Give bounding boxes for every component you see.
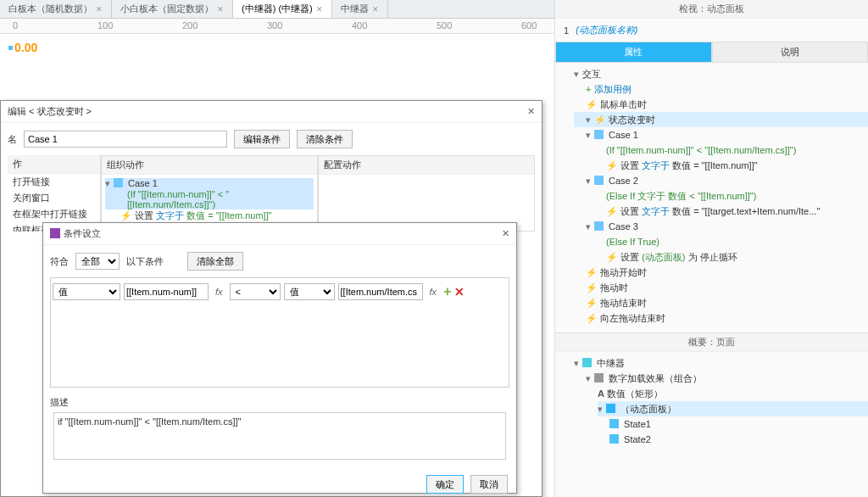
number-widget[interactable]: 0.00	[8, 41, 37, 54]
description-box[interactable]: if "[[Item.num-num]]" < "[[Item.num/Item…	[53, 412, 506, 460]
outline-panel: 概要：页面 ▾ 中继器 ▾ 数字加载效果（组合） A 数值（矩形） ▾ （动态面…	[555, 332, 868, 454]
outline-title: 概要：页面	[555, 333, 868, 352]
case3-cond: (Else If True)	[586, 234, 868, 249]
event-ondragend[interactable]: 拖动结束时	[600, 298, 647, 308]
text-icon: A	[598, 388, 604, 399]
match-mode-select[interactable]: 全部	[75, 253, 120, 270]
add-row-icon[interactable]: +	[443, 284, 451, 299]
cancel-button[interactable]: 取消	[470, 475, 508, 494]
bolt-icon: ⚡	[586, 298, 598, 308]
case-icon	[594, 221, 604, 231]
condition-row: 值 fx < 值 fx + ✕	[53, 283, 507, 300]
right-panels: 检视：动态面板 1 (动态面板名称) 属性 说明 ▾交互 + 添加用例 ⚡ 鼠标…	[554, 0, 868, 497]
rhs-type-select[interactable]: 值	[284, 283, 335, 300]
bolt-icon: ⚡	[586, 313, 598, 323]
organize-column: 组织动作 ▾ Case 1 (If "[[Item.num-num]]" < "…	[101, 155, 318, 232]
tab-2[interactable]: (中继器) (中继器)✕	[233, 0, 332, 18]
clear-condition-button[interactable]: 清除条件	[297, 130, 353, 148]
fx-icon[interactable]: fx	[212, 287, 226, 297]
configure-column: 配置动作	[318, 155, 535, 232]
case-icon	[114, 178, 123, 187]
delete-row-icon[interactable]: ✕	[454, 285, 465, 299]
ok-button[interactable]: 确定	[426, 475, 464, 494]
dp-name[interactable]: (动态面板名称)	[576, 24, 637, 36]
rhs-value-input[interactable]	[338, 283, 423, 300]
close-icon[interactable]: ✕	[316, 5, 323, 14]
widget-value: 0.00	[14, 41, 37, 54]
event-ondrag[interactable]: 拖动时	[600, 282, 628, 293]
action-item[interactable]: 打开链接	[8, 174, 100, 190]
description-label: 描述	[50, 396, 509, 409]
dialog-title: 编辑 < 状态改变时 >	[8, 105, 92, 118]
tab-3[interactable]: 中继器✕	[332, 0, 388, 18]
operator-select[interactable]: <	[230, 283, 281, 300]
clear-all-button[interactable]: 清除全部	[187, 252, 243, 271]
action-item[interactable]: 关闭窗口	[8, 190, 100, 206]
lhs-value-input[interactable]	[124, 283, 209, 300]
tab-notes[interactable]: 说明	[712, 42, 869, 63]
bolt-icon: ⚡	[606, 206, 618, 216]
tab-1[interactable]: 小白板本（固定数据）✕	[112, 0, 233, 18]
org-case-row[interactable]: ▾ Case 1	[105, 178, 314, 189]
bolt-icon: ⚡	[120, 210, 132, 221]
dp-index: 1	[564, 25, 569, 36]
fx-icon[interactable]: fx	[426, 287, 441, 297]
close-icon[interactable]: ✕	[217, 5, 224, 14]
bolt-icon: ⚡	[586, 267, 598, 277]
match-suffix: 以下条件	[126, 255, 164, 268]
close-icon[interactable]: ✕	[372, 5, 379, 14]
tab-0[interactable]: 白板本（随机数据）✕	[0, 0, 112, 18]
repeater-icon	[582, 358, 592, 367]
bolt-icon: ⚡	[586, 282, 598, 293]
interactions-tree: ▾交互 + 添加用例 ⚡ 鼠标单击时 ▾⚡ 状态改变时 ▾ Case 1 (If…	[555, 63, 868, 332]
match-label: 符合	[50, 255, 69, 268]
case2-cond: (Else If 文字于 数值 < "[[Item.num]]")	[586, 188, 868, 204]
condition-builder-dialog: 条件设立 ✕ 符合 全部 以下条件 清除全部 值 fx < 值 fx + ✕ 描…	[42, 222, 517, 494]
lhs-type-select[interactable]: 值	[53, 283, 120, 300]
case-icon	[594, 130, 604, 139]
action-item[interactable]: 在框架中打开链接	[8, 206, 100, 222]
dynamic-panel-icon	[606, 404, 615, 413]
inspector-subtabs: 属性 说明	[555, 42, 868, 63]
case-icon	[594, 176, 604, 185]
folder-icon	[594, 373, 604, 383]
case-name-label: 名	[8, 133, 17, 146]
plus-icon[interactable]: +	[586, 84, 591, 94]
event-ondragstart[interactable]: 拖动开始时	[600, 267, 647, 277]
org-case-cond: (If "[[Item.num-num]]" < "[[Item.num/Ite…	[105, 189, 314, 209]
bolt-icon: ⚡	[586, 99, 598, 109]
close-icon[interactable]: ✕	[96, 5, 103, 14]
add-case-link[interactable]: 添加用例	[594, 84, 632, 94]
case1-cond: (If "[[Item.num-num]]" < "[[Item.num/Ite…	[586, 142, 868, 158]
close-icon[interactable]: ✕	[502, 228, 509, 239]
event-onswipeleft[interactable]: 向左拖动结束时	[600, 313, 665, 323]
edit-condition-button[interactable]: 编辑条件	[234, 130, 290, 148]
tab-properties[interactable]: 属性	[555, 42, 712, 63]
interactions-header: 交互	[582, 69, 601, 79]
actions-column: 作 打开链接关闭窗口在框架中打开链接内联框架父级窗滚动到元件设置自适件显示/隐藏…	[8, 155, 101, 232]
bolt-icon: ⚡	[594, 114, 606, 125]
event-onstatechange[interactable]: 状态改变时	[609, 114, 655, 125]
bolt-icon: ⚡	[606, 252, 618, 262]
event-onclick[interactable]: 鼠标单击时	[600, 99, 647, 109]
bolt-icon: ⚡	[606, 160, 618, 170]
inspector-title: 检视：动态面板	[555, 0, 868, 19]
state-icon	[609, 434, 619, 444]
close-icon[interactable]: ✕	[527, 106, 535, 117]
case-name-input[interactable]	[24, 131, 227, 148]
state-icon	[609, 419, 619, 428]
dialog-title: 条件设立	[50, 227, 101, 240]
app-icon	[50, 228, 60, 238]
resize-handle-icon[interactable]	[8, 46, 13, 50]
